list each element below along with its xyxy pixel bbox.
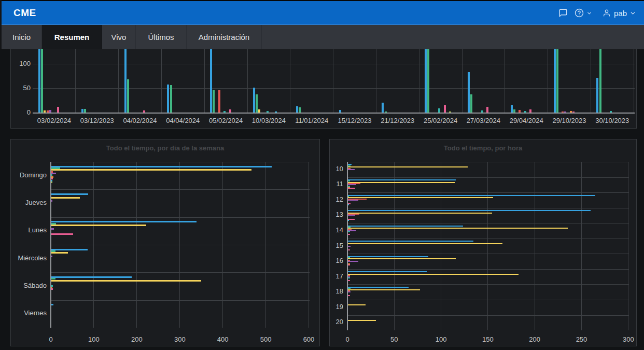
- tab-vivo[interactable]: Vivo: [102, 25, 136, 49]
- gridline: [462, 49, 463, 114]
- bar-green: [41, 49, 43, 113]
- x-tick-label: 04/04/2024: [161, 117, 204, 124]
- category-label: Viernes: [4, 309, 47, 317]
- bar-red: [218, 90, 220, 113]
- chevron-down-icon: [586, 10, 592, 16]
- x-axis-line: [33, 113, 635, 114]
- bar-yellow: [348, 213, 492, 214]
- tab-inicio[interactable]: Inicio: [2, 25, 42, 49]
- category-label: 19: [301, 303, 343, 311]
- x-tick-label: 300: [164, 335, 195, 343]
- gridline: [441, 162, 441, 330]
- bar-green: [599, 49, 601, 113]
- bar-pink: [348, 188, 355, 189]
- gridline: [419, 49, 419, 114]
- category-label: Jueves: [4, 199, 47, 206]
- category-label: 16: [301, 257, 343, 264]
- category-label: 10: [301, 165, 343, 173]
- x-tick-label: 200: [519, 335, 550, 343]
- x-tick-label: 11/01/2024: [290, 117, 333, 124]
- gridline: [376, 49, 376, 114]
- chart-by-date[interactable]: [33, 49, 635, 114]
- category-label: 13: [301, 211, 343, 218]
- x-tick-label: 100: [426, 335, 457, 343]
- bar-purple: [348, 246, 351, 247]
- category-label: 12: [301, 195, 343, 203]
- bar-purple: [51, 228, 54, 230]
- y-tick-label: 0: [7, 108, 31, 116]
- panel-by-hour: Todo el tiempo, por hora 101112131415161…: [329, 139, 637, 346]
- chat-bubble-icon[interactable]: [558, 8, 568, 18]
- bar-blue: [51, 166, 272, 167]
- gridline: [51, 272, 310, 273]
- bar-blue: [51, 304, 53, 305]
- category-label: Domingo: [4, 171, 47, 179]
- bar-blue: [596, 78, 598, 113]
- bar-yellow: [348, 320, 376, 321]
- gridline: [51, 300, 310, 301]
- bar-purple: [51, 256, 52, 257]
- app-title[interactable]: CME: [13, 1, 36, 25]
- gridline: [347, 177, 629, 178]
- gridline: [333, 49, 333, 114]
- user-menu[interactable]: pab: [603, 9, 636, 18]
- bar-yellow: [348, 243, 502, 244]
- chart-by-hour[interactable]: [347, 162, 629, 330]
- bar-yellow: [348, 166, 468, 167]
- gridline: [347, 315, 629, 316]
- bar-green: [470, 94, 472, 113]
- x-tick-label: 27/03/2024: [462, 117, 505, 124]
- x-tick-label: 0: [332, 335, 363, 343]
- bar-blue: [468, 72, 470, 113]
- bar-blue: [51, 193, 88, 195]
- bar-green: [170, 85, 172, 113]
- bar-purple: [348, 215, 355, 216]
- chart-by-weekday[interactable]: [51, 162, 310, 328]
- panel-by-weekday: Todo el tiempo, por día de la semana Dom…: [10, 139, 320, 346]
- bar-blue: [382, 103, 384, 113]
- gridline: [51, 217, 310, 218]
- x-tick-label: 05/02/2024: [204, 117, 247, 124]
- gridline: [505, 49, 505, 114]
- bar-purple: [348, 169, 355, 170]
- bar-teal: [348, 231, 350, 232]
- x-tick-label: 50: [379, 335, 410, 343]
- bar-blue: [51, 249, 88, 250]
- gridline: [347, 254, 629, 254]
- bar-purple: [51, 200, 52, 202]
- bar-pink: [348, 280, 350, 281]
- bar-purple: [348, 261, 358, 262]
- category-label: 20: [301, 318, 343, 326]
- bar-blue: [51, 221, 197, 222]
- category-label: Sábado: [4, 282, 47, 289]
- gridline: [161, 49, 162, 114]
- help-menu[interactable]: [575, 8, 592, 18]
- x-tick-label: 0: [35, 335, 66, 343]
- gridline: [634, 49, 634, 114]
- window-edge-top: [0, 0, 644, 1]
- y-axis-line: [347, 162, 348, 330]
- bar-yellow: [51, 197, 80, 199]
- bar-blue: [167, 85, 169, 113]
- bar-yellow: [51, 280, 201, 282]
- bar-blue: [124, 49, 127, 113]
- x-tick-label: 21/12/2023: [376, 117, 419, 124]
- bar-cyan: [348, 204, 349, 205]
- x-tick-label: 10/03/2024: [247, 117, 290, 124]
- gridline: [33, 88, 635, 89]
- x-tick-label: 200: [121, 335, 152, 343]
- bar-yellow: [348, 289, 420, 290]
- x-tick-label: 03/02/2024: [33, 117, 76, 124]
- x-tick-label: 03/12/2023: [76, 117, 119, 124]
- bar-pink: [51, 233, 73, 235]
- gridline: [118, 49, 119, 114]
- tab-resumen[interactable]: Resumen: [42, 25, 102, 49]
- tab-administracion[interactable]: Administración: [187, 25, 262, 49]
- x-tick-label: 29/10/2023: [548, 117, 591, 124]
- window-edge-left: [0, 0, 2, 49]
- tab-ultimos[interactable]: Últimos: [136, 25, 187, 49]
- gridline: [347, 192, 629, 193]
- category-label: 14: [301, 226, 343, 234]
- main-navbar: Inicio Resumen Vivo Últimos Administraci…: [0, 25, 644, 49]
- gridline: [247, 49, 248, 114]
